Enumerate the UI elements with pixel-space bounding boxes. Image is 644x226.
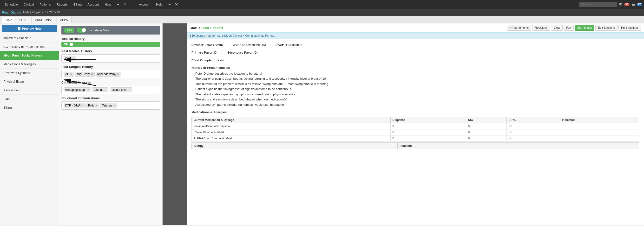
search-input[interactable] bbox=[579, 2, 617, 7]
mail-icon[interactable]: ✉ bbox=[619, 2, 622, 7]
tag-whooping-label: whooping cough bbox=[65, 88, 86, 91]
preview-note-button[interactable]: 📄 Preview Note bbox=[2, 25, 57, 32]
hpi-line-1: The quality of pain is described as achi… bbox=[195, 76, 639, 81]
tab-hp[interactable]: H&P bbox=[2, 17, 15, 23]
childhood-immunizations-input[interactable]: DTP - DTaP ✕ Polio ✕ Tetanus ✕ bbox=[62, 101, 160, 110]
tag-angi-label: angi...esty bbox=[76, 72, 90, 76]
past-surgical-history-input[interactable]: AP ✕ angi...esty ✕ appendectomy ✕ bbox=[62, 70, 160, 78]
childhood-illnesses-label: Childhood Illnesses bbox=[62, 81, 160, 84]
sidebar-item-assessment[interactable]: Assessment bbox=[0, 86, 59, 95]
tag-dtp-label: DTP - DTaP bbox=[65, 104, 81, 107]
sidebar-item-physical[interactable]: Physical Exam bbox=[0, 77, 59, 86]
sign-lock-button[interactable]: Sign & lock bbox=[575, 25, 594, 31]
nav-clinical[interactable]: Clinical bbox=[21, 0, 36, 9]
tag-tetanus-illness-remove[interactable]: ✕ bbox=[104, 88, 106, 91]
patient-name[interactable]: Peter Django bbox=[2, 11, 21, 14]
nav-close[interactable]: ✕ bbox=[123, 2, 126, 7]
past-medical-history-input[interactable]: CHF ✕ bbox=[62, 54, 160, 63]
dark-overlay bbox=[162, 23, 187, 225]
menu-icon[interactable]: ☰ bbox=[632, 2, 635, 7]
tag-dtp-remove[interactable]: ✕ bbox=[82, 104, 84, 107]
tag-scarlet-label: scarlet fever bbox=[112, 88, 128, 91]
preview-note-icon: 📄 bbox=[17, 27, 21, 30]
nav-schedule[interactable]: Schedule bbox=[2, 0, 21, 9]
nav-pin[interactable]: ✦ bbox=[114, 0, 122, 9]
sidebar-item-onpatient[interactable]: onpatient / Check-In bbox=[0, 34, 59, 43]
meds-table: Current Medication & Dosage Dispense SIG… bbox=[192, 117, 639, 142]
tag-appendectomy-label: appendectomy bbox=[97, 72, 116, 76]
allergy-table: Allergy Reaction bbox=[192, 143, 639, 149]
tag-chf-remove[interactable]: ✕ bbox=[72, 57, 74, 60]
tab-soap[interactable]: SOAP bbox=[16, 17, 31, 23]
hpi-title: History of Present Illness: bbox=[192, 65, 639, 70]
patient-info: Male | 26 years | 12/21/1993 bbox=[23, 11, 60, 14]
tag-scarlet-remove[interactable]: ✕ bbox=[128, 88, 130, 91]
edit-sections-button[interactable]: Edit Sections bbox=[595, 25, 618, 31]
tag-ap: AP ✕ bbox=[64, 72, 74, 76]
med-1-name: Ritalin 10 mg oral tablet bbox=[192, 129, 391, 135]
allergy-col-reaction: Reaction bbox=[398, 143, 639, 149]
nav-account-right[interactable]: Account bbox=[136, 0, 153, 9]
nav-reports[interactable]: Reports bbox=[54, 0, 70, 9]
tab-apps[interactable]: APPS bbox=[56, 17, 72, 23]
chief-complaint-label: Chief Complaint: bbox=[192, 58, 216, 62]
revisions-button[interactable]: Revisions bbox=[532, 25, 550, 31]
meds-allergies-title: Medications & Allergies: bbox=[192, 110, 639, 115]
secondary-payer-label: Secondary Payer ID: bbox=[227, 51, 258, 54]
childhood-illnesses-input[interactable]: whooping cough ✕ tetanus ✕ scarlet fever… bbox=[62, 86, 160, 94]
med-1-sig: 0 bbox=[466, 129, 506, 135]
center-content: Yes Include in Note Medical History ON P… bbox=[59, 23, 162, 225]
nav-account[interactable]: Account bbox=[84, 0, 102, 9]
on-toggle-circle bbox=[70, 43, 73, 46]
chart-label: Chart: bbox=[276, 43, 284, 47]
tag-tetanus-imm-remove[interactable]: ✕ bbox=[113, 104, 115, 107]
tag-angi-remove[interactable]: ✕ bbox=[91, 73, 93, 76]
view-button[interactable]: View bbox=[551, 25, 562, 31]
tag-whooping-remove[interactable]: ✕ bbox=[87, 88, 89, 91]
nav-close-right[interactable]: ✕ bbox=[175, 2, 178, 7]
status-bar: Status: Not Locked + Amendments Revision… bbox=[187, 23, 644, 32]
nav-help[interactable]: Help bbox=[102, 0, 114, 9]
tag-chf: CHF ✕ bbox=[64, 56, 76, 61]
sidebar-item-review[interactable]: Review of Systems bbox=[0, 69, 59, 77]
med-0-dispense: 0 bbox=[390, 123, 466, 129]
sidebar-item-cc-history[interactable]: CC / History of Present Illness bbox=[0, 43, 59, 51]
past-medical-history-label: Past Medical History bbox=[62, 49, 160, 53]
med-1-prn: No bbox=[506, 129, 560, 135]
tag-ap-remove[interactable]: ✕ bbox=[70, 73, 72, 76]
tag-tetanus-imm: Tetanus ✕ bbox=[100, 103, 117, 108]
provider-info: Provider: James Smith bbox=[192, 43, 223, 47]
tab-additional[interactable]: ADDITIONAL bbox=[32, 17, 56, 23]
sidebar-item-billing[interactable]: Billing bbox=[0, 103, 59, 112]
sidebar-item-plan[interactable]: Plan bbox=[0, 95, 59, 103]
provider-label: Provider: bbox=[192, 43, 204, 47]
sidebar-item-med-fam[interactable]: Med / Fam / Social History bbox=[0, 51, 59, 60]
on-toggle[interactable]: ON bbox=[62, 42, 160, 47]
fax-button[interactable]: Fax bbox=[564, 25, 574, 31]
include-bar: Yes Include in Note bbox=[62, 26, 160, 35]
medical-history-title: Medical History bbox=[62, 37, 160, 41]
tag-ap-label: AP bbox=[65, 72, 69, 76]
visit-value: 10/19/2020 9:00AM bbox=[240, 43, 266, 47]
med-0-prn: No bbox=[506, 123, 560, 129]
sidebar-item-medications[interactable]: Medications & Allergies bbox=[0, 60, 59, 69]
amendments-button[interactable]: + Amendments bbox=[507, 25, 531, 31]
med-2-dispense: 0 bbox=[390, 135, 466, 141]
meds-col-prn: PRN? bbox=[506, 117, 560, 123]
table-row: Ritalin 10 mg oral tablet 0 0 No bbox=[192, 129, 639, 135]
tag-appendectomy-remove[interactable]: ✕ bbox=[117, 73, 119, 76]
table-row: ALPRAZolam 1 mg oral tablet 0 0 No bbox=[192, 135, 639, 141]
include-toggle[interactable] bbox=[76, 28, 86, 33]
tag-tetanus-imm-label: Tetanus bbox=[102, 104, 112, 107]
tag-tetanus-illness: tetanus ✕ bbox=[92, 87, 108, 92]
nav-pin-right[interactable]: ✦ bbox=[166, 0, 174, 9]
primary-payer-label: Primary Payer ID: bbox=[192, 51, 218, 54]
nav-patients[interactable]: Patients bbox=[36, 0, 54, 9]
meds-col-indication: Indication bbox=[560, 117, 639, 123]
nav-help-right[interactable]: Help bbox=[153, 0, 166, 9]
tag-polio-remove[interactable]: ✕ bbox=[95, 104, 98, 107]
preview-note-label: Preview Note bbox=[22, 27, 42, 30]
visit-label: Visit: bbox=[232, 43, 240, 47]
print-sections-button[interactable]: Print sections bbox=[618, 25, 641, 31]
nav-billing[interactable]: Billing bbox=[70, 0, 85, 9]
